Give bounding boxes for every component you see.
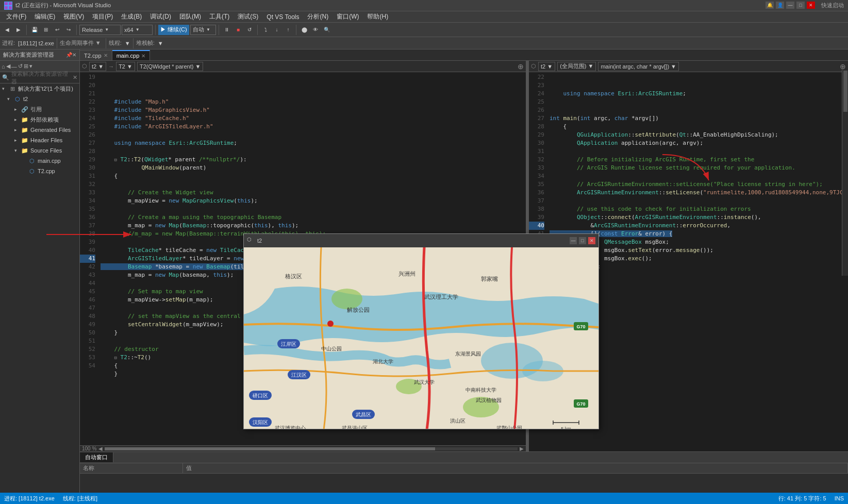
tree-t2-cpp[interactable]: ▸ ⬡ T2.cpp: [0, 166, 79, 176]
toolbar-sep-9: [133, 38, 134, 48]
svg-point-7: [331, 289, 362, 309]
tab-maincpp-close[interactable]: ✕: [141, 53, 145, 59]
thread-val: ▼: [125, 40, 130, 46]
menu-help[interactable]: 帮助(H): [363, 11, 392, 22]
menu-team[interactable]: 团队(M): [175, 11, 205, 22]
watch-btn[interactable]: 👁: [310, 25, 321, 35]
toolbar-sep-4: [219, 25, 219, 35]
ext-deps-label: 外部依赖项: [30, 116, 59, 124]
step-over-btn[interactable]: ⤵: [260, 25, 271, 35]
source-files-label: Source Files: [30, 147, 62, 154]
editor-nav-t2-func[interactable]: T2(QWidget * parent) ▼: [137, 62, 203, 71]
close-button[interactable]: ✕: [807, 2, 815, 9]
main-cpp-label: main.cpp: [38, 158, 61, 164]
svg-rect-2: [5, 6, 8, 9]
svg-text:中山公园: 中山公园: [321, 346, 342, 351]
menu-window[interactable]: 窗口(W): [332, 11, 363, 22]
step-in-btn[interactable]: ↓: [272, 25, 282, 35]
panel-pin[interactable]: 📌: [66, 52, 72, 58]
editor-nav-t2[interactable]: t2 ▼: [89, 62, 106, 71]
toolbar-btn-filter[interactable]: ⊞: [24, 63, 28, 70]
status-thread: 线程: [主线程]: [63, 495, 97, 502]
auto-col-header: 名称 值: [80, 463, 848, 474]
search-close[interactable]: ✕: [73, 74, 77, 81]
tree-arrow-ref: ▸: [14, 107, 21, 112]
editor-t2-scrollbar[interactable]: 100 % ◀ ▶: [80, 445, 526, 451]
toolbar-sep-1: [26, 25, 27, 35]
tab-auto-window[interactable]: 自动窗口: [80, 452, 113, 462]
svg-text:5 km: 5 km: [561, 426, 571, 429]
svg-point-19: [327, 321, 334, 327]
toolbar-btn-refresh[interactable]: ↺: [18, 63, 23, 70]
tree-source-files[interactable]: ▾ 📁 Source Files: [0, 145, 79, 156]
undo-btn[interactable]: ↩: [52, 25, 62, 35]
status-ins: INS: [835, 495, 844, 501]
tree-gen-files[interactable]: ▸ 📁 Generated Files: [0, 125, 79, 135]
tree-header-files[interactable]: ▸ 📁 Header Files: [0, 135, 79, 145]
svg-text:江汉区: 江汉区: [291, 372, 307, 378]
toolbar-btn-settings[interactable]: ▾: [29, 63, 32, 70]
header-files-icon: 📁: [21, 137, 29, 144]
expand-icon[interactable]: ⊕: [518, 62, 524, 71]
map-minimize[interactable]: —: [570, 237, 577, 244]
stop-btn[interactable]: ■: [233, 25, 243, 35]
svg-rect-3: [9, 6, 12, 9]
menu-edit[interactable]: 编辑(E): [30, 11, 59, 22]
right-scrollbar[interactable]: [842, 70, 848, 276]
map-maximize[interactable]: □: [579, 237, 586, 244]
platform-dropdown[interactable]: x64 ▼: [122, 25, 153, 35]
continue-btn[interactable]: ▶ 继续(C): [158, 25, 189, 35]
tab-t2cpp[interactable]: T2.cpp ✕: [80, 50, 112, 60]
config-dropdown[interactable]: Release ▼: [79, 25, 121, 35]
toolbar-btn-back[interactable]: ◀: [6, 63, 10, 70]
svg-text:武昌洪山区: 武昌洪山区: [342, 425, 368, 429]
search-icon: 🔍: [2, 74, 9, 81]
breakpoint-btn[interactable]: ⬤: [299, 25, 309, 35]
toolbar-sep-8: [106, 38, 106, 48]
pause-btn[interactable]: ⏸: [222, 25, 232, 35]
menu-qtvs[interactable]: Qt VS Tools: [262, 12, 303, 22]
restart-btn[interactable]: ↺: [244, 25, 255, 35]
tree-ext-deps[interactable]: ▸ 📁 外部依赖项: [0, 114, 79, 125]
toolbar-btn-collapse[interactable]: —: [11, 63, 17, 70]
tab-t2cpp-close[interactable]: ✕: [104, 53, 108, 58]
maximize-button[interactable]: □: [796, 2, 805, 9]
editor-nav-t2-class[interactable]: T2 ▼: [116, 62, 135, 71]
panel-close-btn[interactable]: ✕: [72, 52, 76, 58]
map-title-btns: — □ ✕: [570, 237, 595, 244]
svg-text:武汉理工大学: 武汉理工大学: [424, 294, 458, 300]
menu-debug[interactable]: 调试(D): [146, 11, 175, 22]
tab-maincpp-label: main.cpp: [117, 53, 140, 59]
minimize-button[interactable]: —: [786, 2, 794, 9]
menu-tools[interactable]: 工具(T): [205, 11, 234, 22]
gen-files-icon: 📁: [21, 126, 29, 133]
status-process: 进程: [18112] t2.exe: [4, 495, 55, 502]
menu-file[interactable]: 文件(F): [2, 11, 30, 22]
menu-view[interactable]: 视图(V): [59, 11, 88, 22]
toolbar-btn-2[interactable]: ▶: [13, 25, 24, 35]
redo-btn[interactable]: ↪: [63, 25, 74, 35]
watch2-btn[interactable]: 🔍: [322, 25, 332, 35]
auto-dropdown[interactable]: 自动 ▼: [190, 25, 216, 35]
editor-nav-main-t2[interactable]: t2 ▼: [538, 62, 555, 71]
tree-ref[interactable]: ▸ 🔗 引用: [0, 104, 79, 114]
toolbar-btn-home[interactable]: ⌂: [2, 63, 5, 70]
toolbar-btn-1[interactable]: ◀: [2, 25, 12, 35]
tree-main-cpp[interactable]: ▸ ⬡ main.cpp: [0, 156, 79, 166]
svg-text:解放公园: 解放公园: [347, 307, 370, 313]
menu-build[interactable]: 生成(B): [117, 11, 146, 22]
menu-test[interactable]: 测试(S): [234, 11, 262, 22]
tab-maincpp[interactable]: main.cpp ✕: [112, 50, 151, 60]
editor-nav-main-scope[interactable]: (全局范围) ▼: [557, 62, 596, 71]
save-btn[interactable]: 💾: [29, 25, 40, 35]
map-close[interactable]: ✕: [588, 237, 595, 244]
save-all-btn[interactable]: ⊞: [41, 25, 51, 35]
tree-project[interactable]: ▾ ⬡ t2: [0, 94, 79, 104]
search-box[interactable]: 🔍 搜索解决方案资源管理器 ✕: [0, 72, 79, 83]
menu-project[interactable]: 项目(P): [88, 11, 117, 22]
tree-root[interactable]: ▾ ⊞ 解决方案't2'(1 个项目): [0, 83, 79, 94]
tab-t2cpp-label: T2.cpp: [84, 53, 102, 59]
editor-nav-main-func[interactable]: main(int argc, char * argv[]) ▼: [598, 62, 679, 71]
step-out-btn[interactable]: ↑: [283, 25, 293, 35]
menu-analyze[interactable]: 分析(N): [303, 11, 332, 22]
